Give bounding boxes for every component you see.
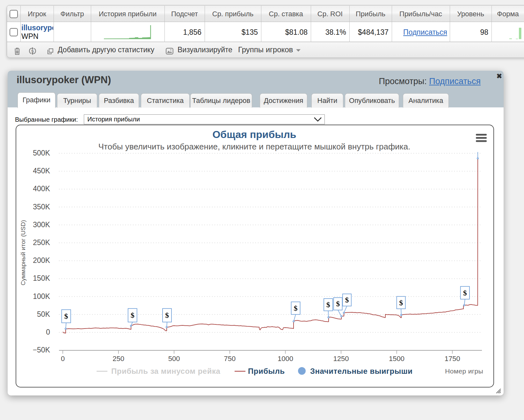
svg-text:500K: 500K xyxy=(33,149,50,157)
svg-text:$: $ xyxy=(399,299,403,307)
svg-text:200K: 200K xyxy=(33,256,50,264)
svg-text:300K: 300K xyxy=(33,221,50,229)
svg-text:400K: 400K xyxy=(33,185,50,193)
svg-text:−50K: −50K xyxy=(33,346,50,354)
svg-text:Общая прибыль: Общая прибыль xyxy=(212,129,296,140)
svg-text:250: 250 xyxy=(113,355,124,363)
svg-text:1750: 1750 xyxy=(445,355,460,363)
svg-text:50K: 50K xyxy=(37,310,50,318)
svg-text:Чтобы увеличить изображение, к: Чтобы увеличить изображение, кликните и … xyxy=(98,142,411,151)
svg-text:Значительные выигрыши: Значительные выигрыши xyxy=(310,367,413,375)
svg-text:$: $ xyxy=(463,289,467,297)
svg-text:100K: 100K xyxy=(33,292,50,301)
svg-text:$: $ xyxy=(165,311,169,319)
svg-text:$: $ xyxy=(64,312,68,320)
svg-text:$: $ xyxy=(31,49,34,54)
svg-text:250K: 250K xyxy=(33,238,50,247)
svg-text:1500: 1500 xyxy=(389,355,404,363)
svg-text:1250: 1250 xyxy=(333,355,349,363)
svg-text:Прибыль за минусом рейка: Прибыль за минусом рейка xyxy=(111,367,220,375)
svg-text:450K: 450K xyxy=(33,167,50,175)
svg-text:500: 500 xyxy=(168,355,180,363)
svg-text:$: $ xyxy=(326,301,330,309)
svg-text:Номер игры: Номер игры xyxy=(445,367,483,375)
svg-text:Прибыль: Прибыль xyxy=(248,367,285,375)
svg-text:0: 0 xyxy=(61,355,65,363)
svg-text:$: $ xyxy=(336,300,340,308)
svg-text:350K: 350K xyxy=(33,203,50,211)
svg-text:0: 0 xyxy=(46,328,50,336)
svg-text:Суммарный итог (USD): Суммарный итог (USD) xyxy=(20,220,26,286)
svg-text:$: $ xyxy=(131,311,135,319)
svg-text:750: 750 xyxy=(224,355,236,363)
svg-text:1000: 1000 xyxy=(278,355,293,363)
svg-text:150K: 150K xyxy=(33,274,50,282)
svg-text:$: $ xyxy=(345,296,349,304)
svg-text:$: $ xyxy=(294,304,298,312)
